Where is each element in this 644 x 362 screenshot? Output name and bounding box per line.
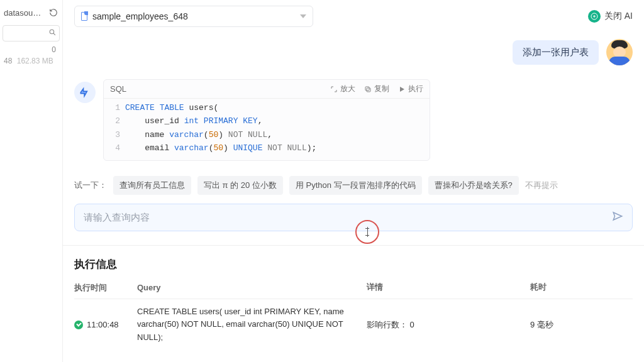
suggest-label: 试一下： [74,180,107,191]
code-lang: SQL [110,84,321,94]
code-card: SQL 放大 复制 执行 1 2 3 4 [103,79,430,161]
topbar: sample_employees_648 关闭 AI [63,0,644,33]
suggest-mute[interactable]: 不再提示 [525,180,558,191]
exec-h-detail: 详情 [367,282,530,295]
bot-avatar-icon [74,82,96,103]
suggestions: 试一下： 查询所有员工信息 写出 π 的 20 位小数 用 Python 写一段… [63,161,644,201]
code-gutter: 1 2 3 4 [104,101,125,155]
expand-button[interactable]: 放大 [330,84,355,94]
copy-button[interactable]: 复制 [364,84,389,94]
run-button[interactable]: 执行 [398,84,423,94]
exec-panel: 执行信息 执行时间 Query 详情 耗时 11:00:48 CREATE TA… [63,245,644,351]
sidebar-count: 0 [3,41,60,55]
exec-query: CREATE TABLE users( user_id int PRIMARY … [137,305,367,344]
datasource-name: sample_employees_648 [92,11,188,21]
svg-point-0 [50,30,54,34]
exec-h-cost: 耗时 [530,282,633,295]
search-icon[interactable] [48,28,57,38]
datasource-label: datasou… [4,8,41,18]
chat-user-row: 添加一张用户表 [74,39,633,65]
user-avatar[interactable] [606,39,633,65]
suggest-chip[interactable]: 查询所有员工信息 [113,176,191,195]
sidebar: datasou… 0 48 162.83 MB [0,0,63,362]
datasource-file-icon [81,12,87,21]
datasource-select[interactable]: sample_employees_648 [74,6,313,27]
sidebar-search[interactable] [3,25,60,41]
main: sample_employees_648 关闭 AI 添加一张用户表 SQL [63,0,644,362]
status-ok-icon [74,321,83,329]
exec-cost: 9 毫秒 [530,319,633,331]
exec-title: 执行信息 [74,257,633,272]
code-body[interactable]: 1 2 3 4 CREATE TABLE users( user_id int … [104,99,430,160]
exec-header-row: 执行时间 Query 详情 耗时 [74,278,633,299]
ask-box[interactable] [74,204,633,231]
suggest-chip[interactable]: 写出 π 的 20 位小数 [197,176,283,195]
code-lines: CREATE TABLE users( user_id int PRIMARY … [125,101,430,155]
suggest-chip[interactable]: 曹操和小乔是啥关系? [428,176,519,195]
svg-rect-3 [365,87,369,90]
refresh-icon[interactable] [48,8,58,18]
chevron-down-icon [300,14,306,18]
sidebar-search-input[interactable] [6,29,48,38]
user-message: 添加一张用户表 [513,40,599,65]
ask-input[interactable] [84,212,612,222]
exec-h-time: 执行时间 [74,282,137,295]
send-icon[interactable] [612,211,623,224]
exec-row[interactable]: 11:00:48 CREATE TABLE users( user_id int… [74,299,633,351]
ai-badge-icon [588,10,601,23]
exec-detail: 影响行数： 0 [367,319,530,331]
exec-h-query: Query [137,282,367,295]
sidebar-meta: 48 162.83 MB [3,55,60,65]
close-ai-button[interactable]: 关闭 AI [588,10,633,23]
exec-time: 11:00:48 [87,320,119,329]
svg-rect-2 [367,88,370,92]
suggest-chip[interactable]: 用 Python 写一段冒泡排序的代码 [289,176,422,195]
chat-bot-row: SQL 放大 复制 执行 1 2 3 4 [63,79,644,161]
